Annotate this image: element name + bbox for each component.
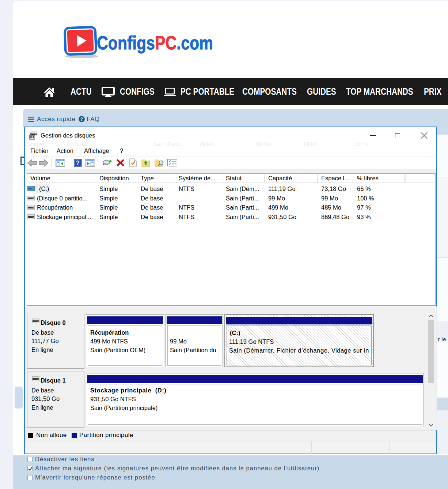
svg-text:ConfigsPC.com: ConfigsPC.com: [97, 32, 213, 53]
svg-text:?: ?: [80, 117, 83, 122]
svg-text:?: ?: [76, 160, 80, 166]
